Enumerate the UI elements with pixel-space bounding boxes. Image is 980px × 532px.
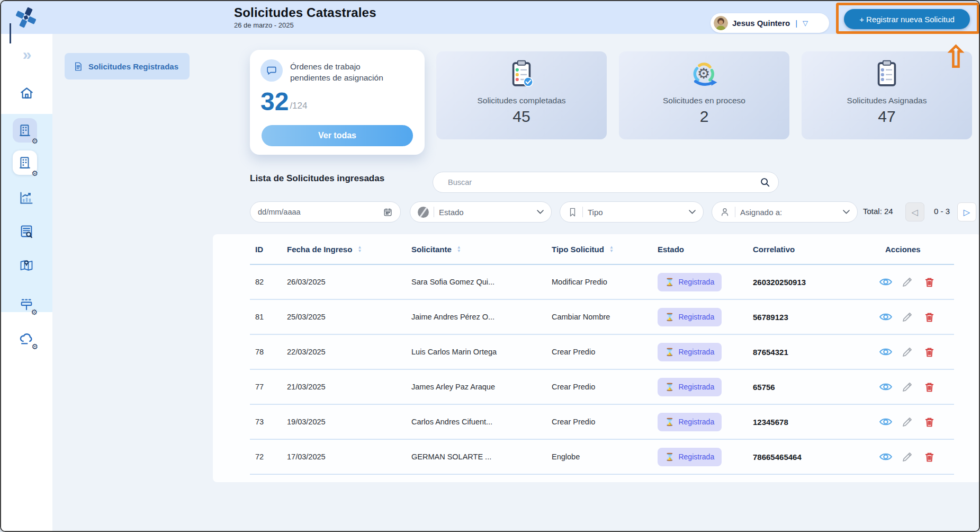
view-button[interactable]: [879, 380, 893, 394]
map-location-icon: [19, 258, 34, 273]
hourglass-icon: ⌛: [665, 313, 674, 321]
sidebar-item-predios-alt[interactable]: ⚙: [13, 150, 37, 175]
building-config-icon: ⚙: [13, 150, 37, 175]
stat-card-assigned: Solicitudes Asignadas 47: [802, 51, 972, 139]
row-solicitante: James Arley Paz Araque: [411, 383, 552, 391]
status-badge-label: Registrada: [678, 313, 714, 321]
status-badge: ⌛ Registrada: [658, 343, 722, 361]
status-badge-label: Registrada: [678, 418, 714, 426]
gear-icon: ⚙: [31, 137, 38, 145]
avatar: [714, 16, 728, 30]
row-actions: [869, 275, 954, 289]
date-input[interactable]: [258, 208, 378, 216]
row-estado: ⌛ Registrada: [653, 448, 753, 466]
column-header-solicitante[interactable]: Solicitante▲▼: [411, 245, 552, 254]
row-actions: [869, 450, 954, 464]
delete-button[interactable]: [922, 450, 936, 464]
total-count-label: Total: 24: [863, 207, 893, 216]
row-fecha: 17/03/2025: [287, 453, 411, 461]
column-label: Tipo Solicitud: [552, 245, 604, 254]
column-header-tipo[interactable]: Tipo Solicitud▲▼: [552, 245, 653, 254]
pending-orders-title: Órdenes de trabajo pendientes de asignac…: [290, 61, 396, 84]
chevron-down-icon[interactable]: ▽: [803, 19, 808, 27]
sidebar: » ⚙: [1, 34, 52, 532]
view-button[interactable]: [879, 450, 893, 464]
sort-arrows-icon[interactable]: ▲▼: [357, 245, 362, 253]
status-badge-label: Registrada: [678, 383, 714, 391]
delete-button[interactable]: [922, 415, 936, 429]
status-badge: ⌛ Registrada: [658, 378, 722, 396]
row-tipo: Modificar Predio: [552, 278, 653, 286]
delete-button[interactable]: [922, 310, 936, 324]
nav-item-label: Solicitudes Registradas: [88, 62, 178, 71]
app-header: Solicitudes Catastrales 26 de marzo - 20…: [1, 1, 980, 34]
status-badge: ⌛ Registrada: [658, 308, 722, 326]
status-badge: ⌛ Registrada: [658, 413, 722, 431]
process-cycle-icon: ⚙: [689, 59, 720, 92]
chevron-down-icon: [537, 210, 544, 214]
sidebar-item-tools[interactable]: ⚙: [16, 296, 37, 314]
table-row: 78 22/03/2025 Luis Carlos Marin Ortega C…: [250, 335, 954, 370]
row-estado: ⌛ Registrada: [653, 413, 753, 431]
row-tipo: Crear Predio: [552, 383, 653, 391]
pagination-prev-button[interactable]: ◁: [905, 202, 924, 221]
register-new-request-button[interactable]: + Registrar nueva Solicitud: [844, 9, 970, 29]
row-tipo: Cambiar Nombre: [552, 313, 653, 321]
chat-bubble-icon: [260, 59, 283, 82]
sidebar-item-reports[interactable]: [16, 189, 37, 206]
view-button[interactable]: [879, 345, 893, 359]
row-id: 78: [250, 348, 287, 356]
sidebar-item-documents[interactable]: [16, 223, 37, 240]
filter-separator: [434, 207, 434, 217]
filter-separator: [582, 207, 583, 217]
view-button[interactable]: [879, 415, 893, 429]
search-icon[interactable]: [759, 176, 771, 188]
column-header-fecha[interactable]: Fecha de Ingreso▲▼: [287, 245, 411, 254]
nav-item-solicitudes-registradas[interactable]: Solicitudes Registradas: [65, 53, 190, 79]
list-title: Lista de Solicitudes ingresadas: [250, 173, 384, 184]
column-label: Acciones: [885, 245, 921, 254]
view-all-button[interactable]: Ver todas: [262, 125, 413, 146]
user-menu[interactable]: Jesus Quintero | ▽: [711, 13, 829, 33]
view-button[interactable]: [879, 275, 893, 289]
edit-button[interactable]: [901, 450, 914, 464]
sidebar-item-map[interactable]: [16, 257, 37, 274]
search-input[interactable]: [448, 178, 759, 187]
status-badge: ⌛ Registrada: [658, 448, 722, 466]
row-correlativo: 56789123: [753, 313, 869, 322]
row-correlativo: 87654321: [753, 348, 869, 357]
building-config-icon: ⚙: [13, 118, 37, 143]
delete-button[interactable]: [922, 345, 936, 359]
status-circle-icon: [418, 207, 429, 218]
chart-trend-icon: [19, 190, 34, 205]
pill-separator: |: [795, 19, 797, 28]
column-header-estado: Estado: [653, 245, 753, 254]
sidebar-expand-button[interactable]: »: [13, 46, 40, 64]
sidebar-item-home[interactable]: [17, 84, 36, 101]
caret-line: [10, 23, 11, 43]
edit-button[interactable]: [901, 345, 914, 359]
asignado-filter-select[interactable]: Asignado a:: [712, 201, 858, 223]
sort-arrows-icon[interactable]: ▲▼: [609, 245, 614, 253]
delete-button[interactable]: [922, 380, 936, 394]
delete-button[interactable]: [922, 275, 936, 289]
pagination-next-button[interactable]: ▷: [957, 202, 976, 221]
table-row: 73 19/03/2025 Carlos Andres Cifuent... C…: [250, 405, 954, 440]
row-solicitante: Jaime Andres Pérez O...: [411, 313, 552, 321]
row-fecha: 25/03/2025: [287, 313, 411, 321]
view-button[interactable]: [879, 310, 893, 324]
sidebar-item-predios-active[interactable]: ⚙: [13, 118, 37, 143]
stat-label: Solicitudes completadas: [477, 96, 565, 105]
tipo-filter-select[interactable]: Tipo: [560, 201, 704, 223]
sidebar-item-cloud-sync[interactable]: ⚙: [16, 329, 37, 348]
sort-arrows-icon[interactable]: ▲▼: [457, 245, 461, 253]
edit-button[interactable]: [901, 415, 914, 429]
edit-button[interactable]: [901, 310, 914, 324]
edit-button[interactable]: [901, 275, 914, 289]
edit-button[interactable]: [901, 380, 914, 394]
row-solicitante: Carlos Andres Cifuent...: [411, 418, 552, 426]
filter-separator: [735, 207, 735, 217]
estado-filter-select[interactable]: Estado: [410, 201, 552, 223]
calendar-icon[interactable]: [383, 207, 393, 217]
page-range-label: 0 - 3: [929, 207, 955, 216]
